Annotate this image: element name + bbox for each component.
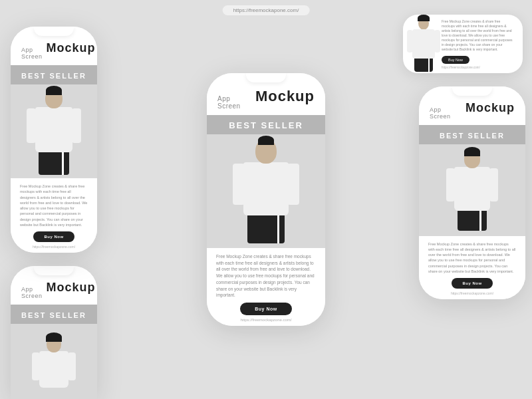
phone-right-header: App Screen Mockup (419, 86, 525, 125)
fig-arm-left-r (446, 168, 455, 201)
fig-head-c (255, 138, 277, 164)
card-figure (412, 17, 435, 72)
fig-arm-left (27, 108, 36, 143)
model-figure-right (454, 150, 490, 231)
app-label-bl: App Screen (21, 286, 43, 299)
fig-body (35, 107, 72, 152)
model-area-center (207, 134, 325, 248)
card-text: Free Mockup Zone creates & share free mo… (442, 19, 513, 69)
url-bar: https://freemockapone.com/ (223, 5, 310, 15)
model-figure-bl (39, 335, 68, 388)
phone-desc-right: Free Mockup Zone creates & share free mo… (428, 241, 516, 275)
fig-arm-left-c (233, 164, 245, 205)
fig-arm-right (72, 108, 81, 143)
fig-pants-c (247, 215, 285, 243)
buy-button-center[interactable]: Buy Now (240, 303, 291, 315)
phone-center: App Screen Mockup Best Seller (207, 73, 325, 326)
fig-hair (46, 86, 62, 95)
fig-head-r (464, 150, 480, 168)
phone-left: App Screen Mockup Best Seller (11, 27, 97, 253)
phone-center-header: App Screen Mockup (207, 73, 325, 115)
fig-stripe (62, 152, 64, 175)
app-label-left: App Screen (21, 47, 43, 60)
card-right-top: Free Mockup Zone creates & share free mo… (403, 15, 523, 73)
phone-url-right: https://freemockapzone.com/ (428, 291, 516, 295)
mockup-label-left: Mockup (47, 41, 96, 55)
app-label-center: App Screen (217, 95, 251, 110)
fig-arm-right-r (489, 168, 498, 201)
phone-url-center: https://freemockapzone.com/ (216, 318, 316, 322)
fig-hair-bl (46, 332, 62, 342)
best-seller-banner-right: Best Seller (419, 125, 525, 144)
small-fig-arm-l (407, 30, 413, 53)
small-fig-stripe (428, 59, 430, 72)
phone-content-left: Free Mockup Zone creates & share free mo… (11, 178, 97, 253)
model-figure-center (243, 138, 289, 243)
best-seller-banner-left: Best Seller (11, 65, 97, 84)
fig-pants (39, 152, 69, 175)
fig-body-c (243, 162, 289, 215)
phone-content-center: Free Mockup Zone creates & share free mo… (207, 248, 325, 326)
buy-button-left[interactable]: Buy Now (33, 231, 74, 242)
fig-head-bl (47, 335, 61, 352)
model-area-right (419, 144, 525, 236)
fig-hair-c (258, 136, 274, 145)
small-fig-arm-r (434, 30, 440, 53)
card-buy-button[interactable]: Buy Now (442, 56, 469, 64)
fig-arm-right-bl (68, 352, 76, 380)
mockup-label-right: Mockup (466, 101, 515, 115)
small-fig-head (418, 17, 429, 30)
phone-bottom-left-header: App Screen Mockup (11, 266, 97, 305)
phone-content-right: Free Mockup Zone creates & share free mo… (419, 236, 525, 300)
fig-stripe-c (277, 215, 279, 243)
fig-arm-right-c (287, 164, 299, 205)
fig-arm-left-bl (32, 352, 40, 380)
mockup-label-center: Mockup (255, 88, 315, 105)
phone-bottom-left: App Screen Mockup Best Seller (11, 266, 97, 399)
card-desc: Free Mockup Zone creates & share free mo… (442, 19, 513, 52)
small-fig-pants (414, 59, 433, 72)
model-figure-left (35, 88, 72, 175)
card-url: https://freemockapzone.com/ (442, 66, 513, 69)
fig-hair-r (464, 147, 480, 156)
fig-stripe-r (479, 211, 481, 231)
buy-button-right[interactable]: Buy Now (452, 278, 492, 289)
scene: https://freemockapone.com/ App Screen Mo… (0, 0, 532, 399)
phone-desc-center: Free Mockup Zone creates & share free mo… (216, 253, 316, 299)
fig-body-bl (39, 351, 68, 388)
small-fig-body (412, 29, 435, 59)
phone-desc-left: Free Mockup Zone creates & share free mo… (20, 184, 88, 227)
mockup-label-bl: Mockup (47, 281, 96, 295)
small-fig-hair (418, 15, 430, 21)
app-label-right: App Screen (430, 106, 462, 120)
phone-url-left: https://freemockapzone.com/ (20, 245, 88, 249)
model-area-left (11, 84, 97, 178)
model-area-bl (11, 324, 97, 399)
phone-left-header: App Screen Mockup (11, 27, 97, 65)
best-seller-banner-center: Best Seller (207, 115, 325, 134)
fig-pants-r (458, 211, 487, 231)
best-seller-banner-bl: Best Seller (11, 305, 97, 324)
fig-body-r (454, 167, 490, 211)
phone-right: App Screen Mockup Best Seller (419, 86, 525, 299)
fig-head (45, 88, 63, 108)
